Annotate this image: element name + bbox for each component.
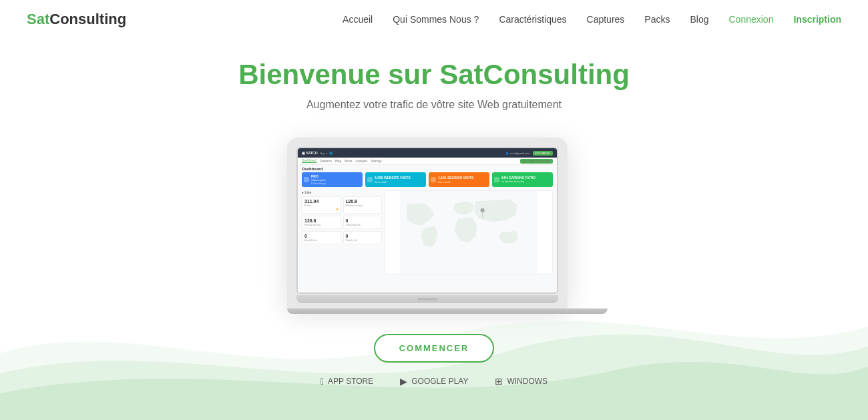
dash-nav-statistics[interactable]: Statistics [320,160,332,163]
laptop-container: ▣ SATCO App ▸ 🌐 👤 user@gmail.com EXCHANG… [287,138,581,314]
dash-logo: ▣ SATCO [302,151,318,155]
dash-nav-blog[interactable]: Blog [335,160,341,163]
card-text-earning: 64% EARNING RATIOtop Spenders are earnin… [501,176,535,184]
google-play-link[interactable]: ▶ GOOGLE PLAY [400,376,468,387]
exchange-button[interactable]: EXCHANGE [533,151,553,156]
card-icon-sessions [431,177,436,182]
commencer-button[interactable]: COMMENCER [374,334,495,363]
logo-consulting: Consulting [49,11,126,27]
laptop-screen: ▣ SATCO App ▸ 🌐 👤 user@gmail.com EXCHANG… [296,147,558,294]
stat-row-2: 126.8 Weekly earning 0 Clicks/day link [302,216,382,229]
dash-user: 👤 user@gmail.com [505,152,529,155]
stat-row-1: 311.94 Points 126.8 Monthly earning [302,196,382,214]
stat-label-points: Points [304,204,339,207]
stat-num-monthly: 126.8 [346,199,380,204]
dash-card-earning: 64% EARNING RATIOtop Spenders are earnin… [492,172,553,187]
nav-blog[interactable]: Blog [690,14,708,25]
windows-icon: ⊞ [495,376,503,387]
stat-label-wlink: Weekly link [346,239,380,242]
card-text-sessions: 1,191 SESSION VISITSthis month [438,176,473,184]
stat-monthly-link: 0 Monthly link [302,231,341,244]
windows-label: WINDOWS [507,377,548,386]
laptop-body: ▣ SATCO App ▸ 🌐 👤 user@gmail.com EXCHANG… [287,138,568,308]
cta-section: COMMENCER  APP STORE ▶ GOOGLE PLAY ⊞ WI… [0,334,868,387]
nav-packs[interactable]: Packs [644,14,670,25]
dash-topbar: ▣ SATCO App ▸ 🌐 👤 user@gmail.com EXCHANG… [298,148,557,158]
world-map-svg [385,191,552,274]
play-icon: ▶ [400,376,407,387]
hero-section: Bienvenue sur SatConsulting Augmentez vo… [0,39,868,131]
stat-row-3: 0 Monthly link 0 Weekly link [302,231,382,244]
dash-card-pro: PROSubscriptionEdit settings [302,172,363,187]
stat-clicks: 0 Clicks/day link [343,216,383,229]
card-text-pro: PROSubscriptionEdit settings [311,174,326,186]
dash-title: Dashboard [298,165,557,172]
nav-accueil[interactable]: Accueil [343,14,373,25]
stat-num-points: 311.94 [304,199,339,204]
dash-topbar-right: 👤 user@gmail.com EXCHANGE [505,151,553,156]
app-store-label: APP STORE [328,377,373,386]
nav-caracteristiques[interactable]: Caractéristiques [499,14,566,25]
apple-icon:  [320,376,324,387]
dash-card-sessions: 1,191 SESSION VISITSthis month [429,172,489,187]
stat-label-weekly: Weekly earning [304,224,339,226]
dash-meta: App ▸ 🌐 [320,152,335,155]
card-icon-visits [367,177,373,182]
dash-topbar-left: ▣ SATCO App ▸ 🌐 [302,151,334,155]
nav-captures[interactable]: Captures [587,14,625,25]
dash-world-map [385,190,553,274]
laptop-mockup: ▣ SATCO App ▸ 🌐 👤 user@gmail.com EXCHANG… [0,138,868,314]
stat-label-clicks: Clicks/day link [346,224,380,226]
stat-monthly: 126.8 Monthly earning [343,196,383,214]
dash-nav-analytics[interactable]: Analytics [356,160,368,163]
nav-qui-sommes-nous[interactable]: Qui Sommes Nous ? [393,14,479,25]
dash-nav-dashboard[interactable]: Dashboard [302,159,316,163]
card-icon-pro [304,177,309,182]
stat-label-mlink: Monthly link [304,239,339,242]
logo: SatConsulting [27,11,126,28]
dash-nav: Dashboard Statistics Blog Niche Analytic… [298,158,557,165]
stat-label-monthly: Monthly earning [346,204,380,207]
card-icon-earning [494,177,499,182]
navbar: SatConsulting Accueil Qui Sommes Nous ? … [0,0,868,39]
stat-points: 311.94 Points [302,196,341,214]
dashboard: ▣ SATCO App ▸ 🌐 👤 user@gmail.com EXCHANG… [298,148,557,292]
dash-nav-right: ▶ Traffic Exchange [520,159,553,163]
live-label: ▸ Live [302,190,382,194]
stat-weekly-link: 0 Weekly link [343,231,383,244]
stat-num-mlink: 0 [304,234,339,238]
svg-point-1 [481,208,485,212]
store-links:  APP STORE ▶ GOOGLE PLAY ⊞ WINDOWS [320,376,548,387]
laptop-notch [417,298,437,300]
laptop-base [296,295,558,303]
hero-subtitle: Augmentez votre trafic de vôtre site Web… [13,99,855,111]
app-store-link[interactable]:  APP STORE [320,376,373,387]
stat-num-weekly: 126.8 [304,218,339,223]
dash-main: ▸ Live 311.94 Points 126.8 Monthly earni… [298,189,557,276]
dash-cards: PROSubscriptionEdit settings 3,096 WEBSI… [298,172,557,189]
windows-link[interactable]: ⊞ WINDOWS [495,376,548,387]
google-play-label: GOOGLE PLAY [411,377,468,386]
dash-nav-niche[interactable]: Niche [345,160,353,163]
hero-title: Bienvenue sur SatConsulting [13,59,855,91]
stat-num-wlink: 0 [346,234,380,238]
card-text-visits: 3,096 WEBSITE VISITSthis month [375,176,411,184]
laptop-bottom [287,308,608,314]
nav-inscription[interactable]: Inscription [793,14,841,25]
traffic-exchange-button[interactable]: ▶ Traffic Exchange [520,159,553,164]
stat-weekly: 126.8 Weekly earning [302,216,341,229]
nav-links: Accueil Qui Sommes Nous ? Caractéristiqu… [343,13,841,25]
stat-num-clicks: 0 [346,218,380,223]
dash-card-visits: 3,096 WEBSITE VISITSthis month [365,172,426,187]
logo-sat: Sat [27,11,49,27]
dash-nav-settings[interactable]: Settings [371,160,382,163]
nav-connexion[interactable]: Connexion [729,14,774,25]
dash-left-stats: ▸ Live 311.94 Points 126.8 Monthly earni… [302,190,382,274]
